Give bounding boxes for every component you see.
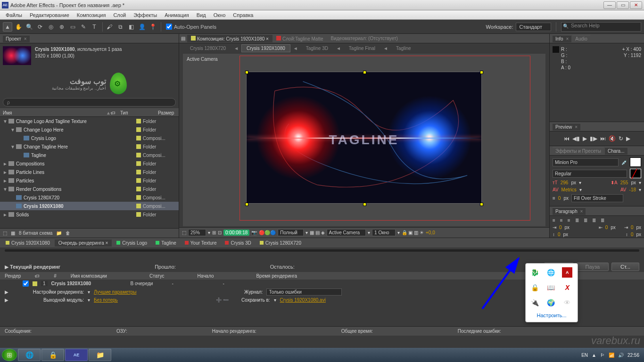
selection-tool[interactable]: ▲ <box>3 22 12 32</box>
minimize-button[interactable]: — <box>603 1 616 9</box>
eyedropper-icon[interactable]: 💉 <box>621 160 627 165</box>
text-tool[interactable]: T <box>90 22 99 32</box>
paragraph-tab[interactable]: Paragraph × <box>553 207 586 215</box>
timeline-tab[interactable]: Очередь рендеринга × <box>55 239 112 247</box>
timecode[interactable]: 0:00:08:18 <box>223 230 249 236</box>
prev-frame-button[interactable]: ◀▮ <box>572 135 580 142</box>
maximize-button[interactable]: ▭ <box>617 1 629 9</box>
bits-icon[interactable]: ▦ <box>11 230 15 236</box>
character-tab[interactable]: Chara... <box>605 147 627 155</box>
zoom-tool[interactable]: 🔍 <box>25 22 34 32</box>
menu-composition[interactable]: Композиция <box>73 11 110 19</box>
indent-left-input[interactable]: 0 <box>559 225 562 230</box>
first-frame-button[interactable]: ⏮ <box>564 135 570 142</box>
folder-new-icon[interactable]: 📁 <box>56 230 62 236</box>
clone-tool[interactable]: ⧉ <box>116 22 125 32</box>
comp-tab-main[interactable]: Композиция: Crysis 1920X1080 × <box>187 35 272 42</box>
justify-left-button[interactable]: ≣ <box>575 218 579 223</box>
eraser-tool[interactable]: ◧ <box>126 22 136 32</box>
tree-row[interactable]: ▼Change Logo And Tagline TextureFolder <box>0 117 179 125</box>
loop-button[interactable]: ↻ <box>619 135 623 142</box>
last-frame-button[interactable]: ⏭ <box>600 135 606 142</box>
tree-row[interactable]: Crysis LogoComposi... <box>0 134 179 142</box>
tray-icon-2[interactable]: 🌐 <box>546 267 556 278</box>
font-select[interactable]: Minion Pro <box>553 158 619 166</box>
snapshot-icon[interactable]: 📷 <box>251 230 257 235</box>
tree-row[interactable]: ▼Render CompositionsFolder <box>0 185 179 193</box>
tray-icon-9[interactable]: 👁 <box>562 297 572 308</box>
mute-button[interactable]: 🔇 <box>609 135 616 142</box>
timeline-tab[interactable]: Crysis 1920X1080 <box>2 239 54 247</box>
tree-row[interactable]: ►Particle LinesFolder <box>0 168 179 176</box>
tray-icon-7[interactable]: 🔌 <box>529 297 540 308</box>
tray-icon-1[interactable]: 🐉 <box>529 267 540 278</box>
view-count-select[interactable]: 1 Окно <box>372 229 396 236</box>
close-button[interactable]: ✕ <box>630 1 642 9</box>
timeline-tab[interactable]: Crysis Logo <box>113 239 151 247</box>
tray-expand-button[interactable]: ▲ <box>592 353 596 358</box>
kerning-input[interactable]: Metrics <box>561 187 577 192</box>
output-module-link[interactable]: Без потерь <box>94 297 118 303</box>
camera-select[interactable]: Active Camera <box>327 229 366 236</box>
res-icon[interactable]: ⊞ <box>212 230 216 235</box>
puppet-tool[interactable]: 📍 <box>148 22 157 32</box>
taskbar-aftereffects[interactable]: AE <box>65 349 88 361</box>
timeline-tab[interactable]: Crysis 3D <box>221 239 255 247</box>
effects-tab[interactable]: Эффекты и Пресеты <box>553 147 604 155</box>
timeline-tab[interactable]: Tagline <box>152 239 180 247</box>
tray-icon-3[interactable]: A <box>562 267 572 278</box>
tree-row[interactable]: Crysis 1920X1080Composi... <box>0 202 179 210</box>
justify-center-button[interactable]: ≣ <box>584 218 587 223</box>
tray-icon-8[interactable]: 🌍 <box>546 297 556 308</box>
snap-icon[interactable]: ⬚ <box>182 230 186 235</box>
fill-stroke-select[interactable]: Fill Over Stroke <box>571 194 623 202</box>
rect-tool[interactable]: ▭ <box>68 22 77 32</box>
project-tab[interactable]: Проект × <box>3 35 30 42</box>
info-tab[interactable]: Info × <box>553 35 571 42</box>
tree-row[interactable]: ►ParticlesFolder <box>0 176 179 185</box>
menu-layer[interactable]: Слой <box>109 11 130 19</box>
roto-tool[interactable]: 👤 <box>137 22 147 32</box>
project-tree[interactable]: ▼Change Logo And Tagline TextureFolder▼C… <box>0 117 179 228</box>
comp-tab-layer[interactable]: Слой:Tagline Matte <box>272 35 327 42</box>
lang-indicator[interactable]: EN <box>581 353 588 358</box>
align-center-button[interactable]: ≡ <box>560 218 563 223</box>
journal-select[interactable]: Только ошибки <box>266 288 342 296</box>
menu-window[interactable]: Окно <box>210 11 230 19</box>
auto-open-panels-checkbox[interactable]: Auto-Open Panels <box>166 24 216 30</box>
tree-row[interactable]: ▼Change Logo HereFolder <box>0 125 179 134</box>
camera-tool[interactable]: ◎ <box>46 22 56 32</box>
pause-button[interactable]: Пауза <box>577 263 609 271</box>
rotate-tool[interactable]: ⟳ <box>35 22 45 32</box>
crumb-2[interactable]: Tagline 3D <box>301 44 333 52</box>
menu-edit[interactable]: Редактирование <box>26 11 73 19</box>
pan-behind-tool[interactable]: ⊕ <box>57 22 66 32</box>
preview-tab[interactable]: Preview × <box>553 123 580 131</box>
timeline-tab[interactable]: Crysis 1280X720 <box>256 239 305 247</box>
audio-tab[interactable]: Audio <box>572 35 590 42</box>
search-help-input[interactable]: Search Help <box>561 22 641 32</box>
pen-tool[interactable]: ✎ <box>79 22 88 32</box>
queue-enable-checkbox[interactable] <box>23 280 29 287</box>
fill-color[interactable] <box>630 157 641 167</box>
next-frame-button[interactable]: ▮▶ <box>590 135 597 142</box>
taskbar-app-2[interactable]: 🔒 <box>41 349 64 361</box>
leading-input[interactable]: 255 <box>620 180 628 185</box>
comp-tab-footage[interactable]: Видеоматериал: (Отсутствует) <box>327 35 402 42</box>
start-render-button[interactable]: Ст... <box>611 263 639 271</box>
volume-icon[interactable]: 🔊 <box>618 353 624 358</box>
tracking-input[interactable]: -18 <box>629 187 636 192</box>
tray-icon-4[interactable]: 🔒 <box>529 282 540 293</box>
project-search-input[interactable] <box>3 98 176 107</box>
hand-tool[interactable]: ✋ <box>14 22 23 32</box>
network-icon[interactable]: 📶 <box>609 353 614 358</box>
menu-file[interactable]: Файлы <box>2 11 26 19</box>
tree-row[interactable]: ▼Change Tagline HereFolder <box>0 142 179 151</box>
taskbar-chrome[interactable]: 🌐 <box>18 349 41 361</box>
action-center-icon[interactable]: 🏳 <box>600 353 605 358</box>
stroke-color[interactable]: ╱ <box>630 169 641 178</box>
interpret-icon[interactable]: ⬚ <box>3 230 7 236</box>
menu-view[interactable]: Вид <box>193 11 210 19</box>
stroke-width-input[interactable]: 0 <box>558 196 561 201</box>
save-to-link[interactable]: Crysis 1920X1080.avi <box>280 297 326 303</box>
